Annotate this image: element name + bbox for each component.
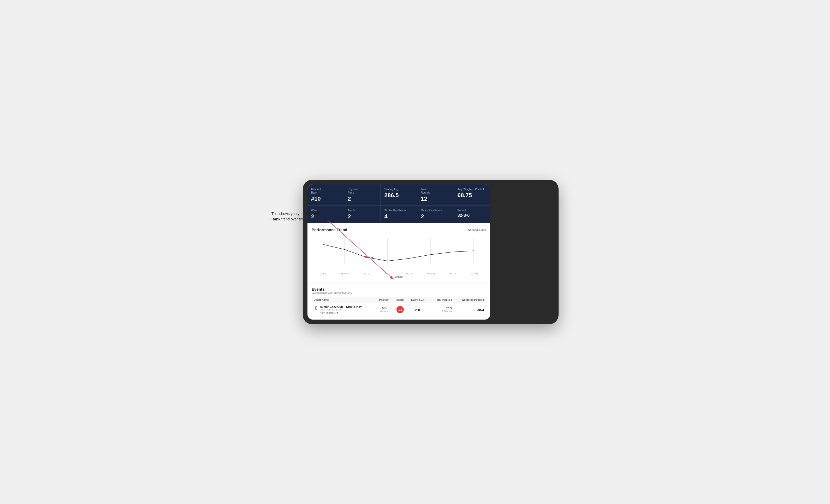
x-label-feb24: FEB 24 xyxy=(399,273,420,275)
table-header-row: Event Name Position Score Event SG ℹ Tot… xyxy=(312,297,486,303)
table-row: 🏌 Buster Cozy Cup – Stroke Play Oct 9 - … xyxy=(312,303,486,316)
event-sg: 0.45 xyxy=(407,303,428,316)
col-position: Position xyxy=(375,297,393,303)
stat-total-rounds: TotalRounds 12 xyxy=(417,184,454,206)
col-score: Score xyxy=(393,297,407,303)
position-sub: out of 7 xyxy=(377,310,391,313)
stat-stroke-play-events: Stroke Play Events 4 xyxy=(381,206,417,223)
golf-icon: 🏌 xyxy=(314,306,318,310)
chart-months-label: Months xyxy=(312,275,486,278)
col-event-sg: Event SG ℹ xyxy=(407,297,428,303)
event-score: -22 xyxy=(393,303,407,316)
x-label-may24: MAY 24 xyxy=(464,273,485,275)
performance-section: Performance Trend National Rank xyxy=(308,223,490,283)
svg-point-10 xyxy=(365,256,367,258)
col-weighted-points: Weighted Points ℹ xyxy=(454,297,486,303)
outer-wrapper: This shows you your National Rank trend … xyxy=(272,180,558,324)
event-weighted-points: 28.3 xyxy=(454,303,486,316)
rounds-sub: 3 Rounds xyxy=(430,310,452,312)
stat-top3s: Top 3s 2 xyxy=(344,206,381,223)
events-last-updated: Last updated: 24th November 2023 xyxy=(312,292,486,294)
events-title: Events xyxy=(312,287,486,292)
col-total-points: Total Points ℹ xyxy=(428,297,454,303)
stat-regional-rank: RegionalRank 2 xyxy=(344,184,381,206)
performance-subtitle: National Rank xyxy=(468,228,486,231)
stat-scoring-avg: Scoring Avg. 286.5 xyxy=(381,184,417,206)
chart-container: #10 xyxy=(312,235,486,272)
events-section: Events Last updated: 24th November 2023 … xyxy=(308,283,490,320)
svg-text:#10: #10 xyxy=(369,256,373,259)
event-name-cell: 🏌 Buster Cozy Cup – Stroke Play Oct 9 - … xyxy=(312,303,375,316)
x-label-mar24: MAR 24 xyxy=(420,273,442,275)
stats-row-1: NationalRank #10 RegionalRank 2 Scoring … xyxy=(308,184,490,206)
performance-header: Performance Trend National Rank xyxy=(312,228,486,232)
x-label-dec23: DEC 23 xyxy=(356,273,377,275)
performance-title: Performance Trend xyxy=(312,228,347,232)
stats-row-2: Wins 2 Top 3s 2 Stroke Play Events 4 Mat… xyxy=(308,206,490,223)
col-event-name: Event Name xyxy=(312,297,375,303)
chart-x-labels: OCT 23 NOV 23 DEC 23 JAN 24 FEB 24 MAR 2… xyxy=(312,273,486,275)
x-label-nov23: NOV 23 xyxy=(334,273,356,275)
stat-national-rank: NationalRank #10 xyxy=(308,184,344,206)
stat-match-play-events: Match Play Events 2 xyxy=(417,206,454,223)
event-dates: Oct 9 - Oct 10, 2023 xyxy=(320,308,362,311)
event-rank-impact: Rank Impact: 3 ▼ xyxy=(320,311,362,314)
event-name: Buster Cozy Cup – Stroke Play xyxy=(320,305,362,308)
tablet-screen: NationalRank #10 RegionalRank 2 Scoring … xyxy=(308,184,490,320)
annotation-text: This shows you your National Rank trend … xyxy=(272,211,324,222)
rank-impact-badge: ▼ xyxy=(336,311,339,314)
performance-chart: #10 xyxy=(312,235,486,272)
event-position: 6th out of 7 xyxy=(375,303,393,316)
score-badge: -22 xyxy=(396,306,404,313)
stat-record: Record 32-8-0 xyxy=(454,206,490,223)
x-label-jan24: JAN 24 xyxy=(377,273,399,275)
x-label-apr24: APR 24 xyxy=(442,273,464,275)
event-total-points: 28.3 3 Rounds xyxy=(428,303,454,316)
position-main: 6th xyxy=(377,306,391,310)
stats-header: NationalRank #10 RegionalRank 2 Scoring … xyxy=(308,184,490,223)
events-table: Event Name Position Score Event SG ℹ Tot… xyxy=(312,297,486,316)
x-label-oct23: OCT 23 xyxy=(313,273,334,275)
tablet-frame: NationalRank #10 RegionalRank 2 Scoring … xyxy=(303,180,558,324)
stat-avg-weighted-points: Avg. Weighted Points ℹ 68.75 xyxy=(454,184,490,206)
